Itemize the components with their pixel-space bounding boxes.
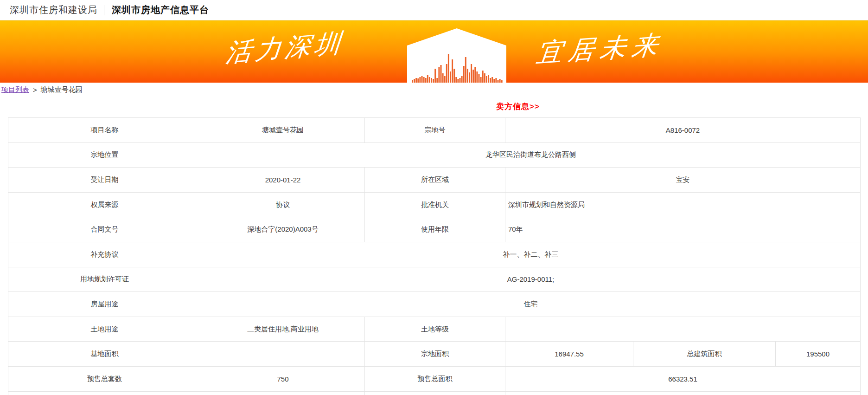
breadcrumb: 项目列表 > 塘城壹号花园 xyxy=(1,85,83,94)
table-body: 项目名称塘城壹号花园宗地号A816-0072宗地位置龙华区民治街道布龙公路西侧受… xyxy=(8,118,861,395)
field-label-cell: 土地用途 xyxy=(8,317,201,342)
field-value-cell: 深地合字(2020)A003号 xyxy=(201,217,365,242)
project-table: 项目名称塘城壹号花园宗地号A816-0072宗地位置龙华区民治街道布龙公路西侧受… xyxy=(8,117,861,395)
field-value-cell: 750 xyxy=(201,366,365,391)
field-value-cell: 70年 xyxy=(505,217,861,242)
table-row: 权属来源协议批准机关深圳市规划和自然资源局 xyxy=(8,192,861,217)
field-value-cell: A816-0072 xyxy=(505,118,861,143)
platform-title-link[interactable]: 深圳市房地产信息平台 xyxy=(112,4,209,16)
field-label-cell: 预售总套数 xyxy=(8,366,201,391)
house-icon xyxy=(407,28,506,83)
field-label-cell: 房屋用途 xyxy=(8,292,201,317)
field-value-cell: 深圳市规划和自然资源局 xyxy=(505,192,861,217)
field-value-cell: 二类居住用地,商业用地 xyxy=(201,317,365,342)
field-label-cell: 基地面积 xyxy=(8,342,201,367)
field-label-cell: 宗地号 xyxy=(365,118,505,143)
field-value-cell xyxy=(201,342,365,367)
field-label-cell: 用地规划许可证 xyxy=(8,267,201,292)
field-value-cell: 2020-01-22 xyxy=(201,168,365,193)
field-value-cell xyxy=(505,317,861,342)
table-row: 预售总套数750预售总面积66323.51 xyxy=(8,366,861,391)
field-label-cell: 宗地位置 xyxy=(8,142,201,168)
field-label-cell: 使用年限 xyxy=(365,217,505,242)
promo-banner: 活力深圳 宜居未来 xyxy=(0,20,868,83)
banner-slogan-right: 宜居未来 xyxy=(535,27,666,71)
field-value-cell: 195500 xyxy=(776,342,861,367)
field-label-cell: 总建筑面积 xyxy=(633,342,776,367)
field-label-cell xyxy=(365,391,505,395)
page: 深圳市住房和建设局 深圳市房地产信息平台 活力深圳 宜居未来 项目列表 > 塘城… xyxy=(0,0,868,395)
seller-info-link[interactable]: 卖方信息>> xyxy=(496,101,540,112)
field-value-cell: 协议 xyxy=(201,192,365,217)
top-header-bar: 深圳市住房和建设局 深圳市房地产信息平台 xyxy=(0,0,868,20)
table-row: 补充协议补一、补二、补三 xyxy=(8,242,861,267)
table-row: 土地用途二类居住用地,商业用地土地等级 xyxy=(8,317,861,342)
field-label-cell xyxy=(8,391,201,395)
field-value-cell: 塘城壹号花园 xyxy=(201,118,365,143)
breadcrumb-project-list-link[interactable]: 项目列表 xyxy=(1,85,29,94)
field-label-cell: 所在区域 xyxy=(365,168,505,193)
table-row: 合同文号深地合字(2020)A003号使用年限70年 xyxy=(8,217,861,242)
field-value-cell: 66323.51 xyxy=(505,366,861,391)
table-row: 基地面积宗地面积16947.55总建筑面积195500 xyxy=(8,342,861,367)
bureau-title-link[interactable]: 深圳市住房和建设局 xyxy=(10,4,97,16)
field-label-cell: 权属来源 xyxy=(8,192,201,217)
breadcrumb-separator: > xyxy=(33,86,37,94)
field-label-cell: 受让日期 xyxy=(8,168,201,193)
field-value-cell: 宝安 xyxy=(505,168,861,193)
field-value-cell xyxy=(505,391,861,395)
table-row: 用地规划许可证AG-2019-0011; xyxy=(8,267,861,292)
table-row: 宗地位置龙华区民治街道布龙公路西侧 xyxy=(8,142,861,168)
field-value-cell: 16947.55 xyxy=(505,342,633,367)
table-row: 房屋用途住宅 xyxy=(8,292,861,317)
table-row: 受让日期2020-01-22所在区域宝安 xyxy=(8,168,861,193)
breadcrumb-current-project: 塘城壹号花园 xyxy=(41,85,83,94)
field-label-cell: 补充协议 xyxy=(8,242,201,267)
field-value-cell: 补一、补二、补三 xyxy=(201,242,861,267)
field-value-cell xyxy=(201,391,365,395)
field-label-cell: 合同文号 xyxy=(8,217,201,242)
field-value-cell: 龙华区民治街道布龙公路西侧 xyxy=(201,142,861,168)
field-label-cell: 预售总面积 xyxy=(365,366,505,391)
table-row xyxy=(8,391,861,395)
field-label-cell: 土地等级 xyxy=(365,317,505,342)
field-label-cell: 批准机关 xyxy=(365,192,505,217)
field-label-cell: 宗地面积 xyxy=(365,342,505,367)
table-row: 项目名称塘城壹号花园宗地号A816-0072 xyxy=(8,118,861,143)
field-value-cell: 住宅 xyxy=(201,292,861,317)
banner-slogan-left: 活力深圳 xyxy=(224,26,345,71)
header-divider xyxy=(104,5,104,15)
field-value-cell: AG-2019-0011; xyxy=(201,267,861,292)
field-label-cell: 项目名称 xyxy=(8,118,201,143)
